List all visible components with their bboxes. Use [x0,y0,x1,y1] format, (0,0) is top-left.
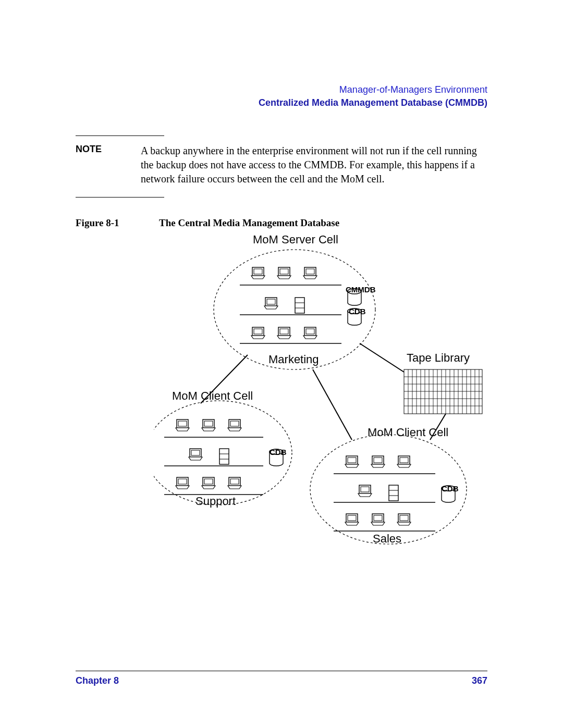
figure-title: The Central Media Management Database [159,217,339,229]
svg-line-4 [313,369,352,440]
diagram: MoM Server Cell CMMDB CDB Marketing Tape… [154,234,487,567]
label-cdb-server: CDB [349,307,366,316]
figure-label: Figure 8-1 [76,217,138,229]
label-tape-library: Tape Library [407,351,470,365]
label-cdb-sales: CDB [442,484,459,493]
footer-chapter: Chapter 8 [76,675,119,686]
header-section: Manager-of-Managers Environment [76,83,487,96]
page-header: Manager-of-Managers Environment Centrali… [76,83,487,109]
label-mom-client-cell-2: MoM Client Cell [368,426,448,439]
footer-page-number: 367 [472,675,487,686]
note-label: NOTE [76,144,125,186]
figure-caption: Figure 8-1 The Central Media Management … [76,217,487,229]
label-sales: Sales [373,532,401,546]
svg-line-5 [360,343,404,372]
page-footer: Chapter 8 367 [76,671,487,686]
note-block: NOTE A backup anywhere in the enterprise… [76,135,487,198]
svg-rect-7 [404,369,482,414]
header-topic: Centralized Media Management Database (C… [76,96,487,109]
label-marketing: Marketing [268,353,319,366]
label-mom-client-cell-1: MoM Client Cell [172,389,253,403]
label-cmmdb: CMMDB [346,285,376,294]
label-support: Support [195,495,236,508]
label-mom-server-cell: MoM Server Cell [253,233,338,246]
label-cdb-support: CDB [270,448,287,456]
note-body: A backup anywhere in the enterprise envi… [141,144,487,186]
